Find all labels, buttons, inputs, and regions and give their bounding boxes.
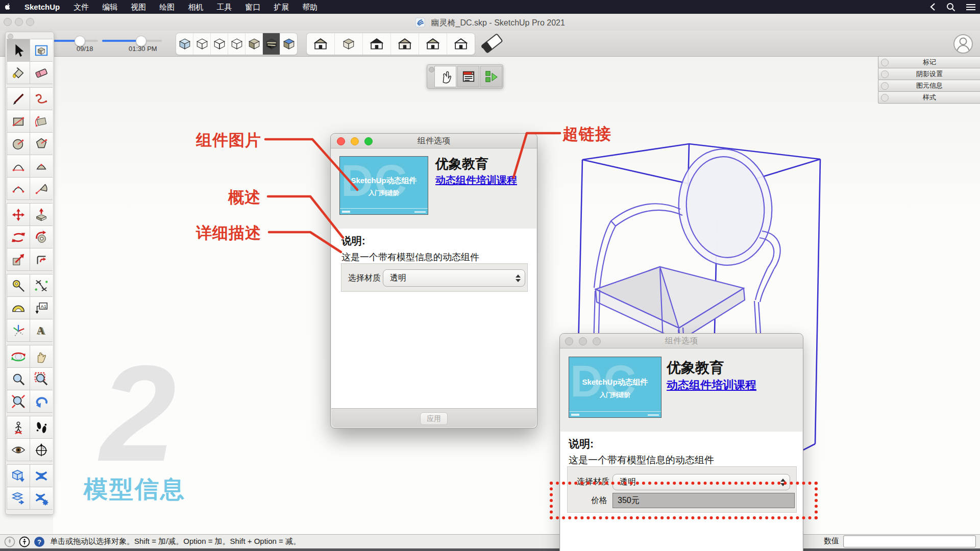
menu-item-8[interactable]: 扩展 [267,0,296,14]
tool-position-camera-button[interactable] [7,416,30,438]
tool-walk-button[interactable] [30,416,53,438]
tray-panel-dot[interactable] [881,59,889,66]
menu-app-name[interactable]: SketchUp [17,3,67,11]
tray-panel-dot[interactable] [881,82,889,90]
face-style-monochrome-button[interactable] [280,33,297,55]
tool-polygon-button[interactable] [30,133,53,155]
toolbar-close-dot[interactable] [429,67,434,72]
palette-title-bar[interactable] [6,32,54,39]
tool-select-button[interactable] [7,39,30,61]
tool-tape-measure-button[interactable] [7,274,30,296]
tool-make-component-button[interactable] [30,39,53,61]
tool-follow-me-button[interactable] [30,226,53,248]
view-iso-button[interactable] [307,33,335,55]
tool-freehand-button[interactable] [30,88,53,110]
tray-panel-dot[interactable] [881,70,889,78]
tool-look-around-button[interactable] [7,439,30,461]
dialog1-zoom-button[interactable] [364,137,373,145]
menu-item-4[interactable]: 绘图 [153,0,181,14]
face-style-shaded-button[interactable] [246,33,263,55]
tool-zoom-button[interactable] [7,368,30,390]
dialog2-title-bar[interactable]: 组件选项 [560,334,803,348]
view-back-button[interactable] [419,33,447,55]
tool-two-point-arc-button[interactable] [30,155,53,177]
view-right-button[interactable] [391,33,419,55]
tool-rotate-button[interactable] [7,226,30,248]
tray-panel-3[interactable]: 图元信息 [878,80,980,92]
tool-eraser-button[interactable] [30,62,53,84]
credits-icon[interactable] [19,536,30,547]
view-front-button[interactable] [363,33,391,55]
menu-item-7[interactable]: 窗口 [238,0,267,14]
back-chevron-icon[interactable] [929,3,936,11]
material-dropdown[interactable]: 透明 [383,269,525,287]
dialog2-zoom-button[interactable] [593,337,601,345]
tool-previous-view-button[interactable] [30,390,53,412]
account-avatar[interactable] [953,34,973,56]
dialog1-minimize-button[interactable] [351,137,359,145]
tool-offset-button[interactable] [30,248,53,270]
face-style-wireframe-button[interactable] [211,33,228,55]
menu-item-2[interactable]: 编辑 [95,0,124,14]
tool-3d-text-button[interactable]: AA [30,319,53,341]
view-left-button[interactable] [447,33,475,55]
menu-item-5[interactable]: 相机 [181,0,210,14]
tool-axes-button[interactable] [7,319,30,341]
eraser-toolbar-button[interactable] [479,32,505,57]
toolbar-grip[interactable] [427,65,434,88]
tool-line-button[interactable] [7,88,30,110]
tool-move-button[interactable] [7,204,30,226]
tool-dimension-button[interactable] [30,274,53,296]
dialog1-title-bar[interactable]: 组件选项 [331,134,537,148]
tool-rectangle-button[interactable] [7,110,30,132]
dialog1-close-button[interactable] [337,137,345,145]
tool-arc-button[interactable] [7,155,30,177]
tray-panel-dot[interactable] [881,94,889,102]
search-icon[interactable] [946,3,955,12]
shadow-time-slider[interactable] [102,40,162,42]
menu-item-6[interactable]: 工具 [210,0,238,14]
tool-scale-button[interactable] [7,248,30,270]
help-icon[interactable]: ? [34,536,45,547]
menu-item-3[interactable]: 视图 [124,0,153,14]
training-course-link[interactable]: 动态组件培训课程 [667,378,756,393]
measurement-input[interactable] [843,535,976,547]
tool-extension-manager-button[interactable] [30,487,53,509]
tool-rotated-rectangle-button[interactable] [30,110,53,132]
apple-menu[interactable] [0,3,17,11]
tray-panel-1[interactable]: 标记 [878,56,980,68]
face-style-shaded-textures-button[interactable] [263,33,280,55]
tool-zoom-extents-button[interactable] [7,390,30,412]
tray-panel-2[interactable]: 阴影设置 [878,68,980,80]
interact-button[interactable] [434,66,456,87]
component-attributes-button[interactable] [480,66,502,87]
tool-push-pull-button[interactable] [30,204,53,226]
tool-pan-button[interactable] [30,345,53,367]
palette-close-dot[interactable] [8,34,13,39]
tool-download-model-button[interactable] [7,465,30,487]
menu-item-1[interactable]: 文件 [67,0,95,14]
list-icon[interactable] [966,3,976,11]
tool-pie-button[interactable] [30,178,53,199]
apply-button[interactable]: 应用 [420,412,448,425]
component-options-button[interactable] [457,66,479,87]
tool-circle-button[interactable] [7,133,30,155]
tool-extension-warehouse-button[interactable] [30,465,53,487]
tool-protractor-button[interactable] [7,297,30,319]
face-style-xray-button[interactable] [176,33,193,55]
tool-three-point-arc-button[interactable] [7,178,30,199]
tool-text-button[interactable]: A1 [30,297,53,319]
geolocation-icon[interactable] [4,536,15,547]
tool-camera-compass-button[interactable]: C [30,439,53,461]
dialog2-minimize-button[interactable] [579,337,587,345]
training-course-link[interactable]: 动态组件培训课程 [435,173,517,187]
menu-item-9[interactable]: 帮助 [296,0,324,14]
face-style-back-edges-button[interactable] [193,33,211,55]
tool-orbit-button[interactable] [7,345,30,367]
tool-paint-bucket-button[interactable] [7,62,30,84]
view-top-button[interactable] [335,33,363,55]
tool-share-model-button[interactable] [7,487,30,509]
face-style-hidden-line-button[interactable] [228,33,246,55]
tool-zoom-window-button[interactable] [30,368,53,390]
dialog2-close-button[interactable] [565,337,573,345]
